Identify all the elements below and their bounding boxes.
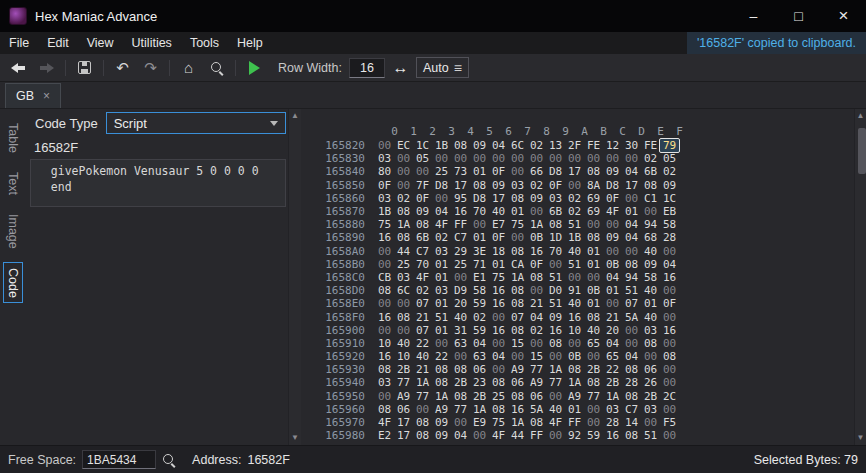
hex-byte[interactable]: 00 xyxy=(641,205,660,218)
hex-byte[interactable]: 63 xyxy=(470,350,489,363)
hex-byte[interactable]: 77 xyxy=(527,363,546,376)
hex-byte[interactable]: 51 xyxy=(565,218,584,231)
hex-byte[interactable]: 00 xyxy=(660,284,679,297)
script-editor[interactable]: givePokemon Venusaur 5 0 0 0 0 end xyxy=(30,159,286,207)
hex-byte[interactable]: 31 xyxy=(451,324,470,337)
hex-byte[interactable]: 25 xyxy=(394,258,413,271)
hex-byte[interactable]: 00 xyxy=(603,245,622,258)
hex-byte[interactable]: 01 xyxy=(432,271,451,284)
hex-byte[interactable]: 21 xyxy=(413,363,432,376)
hex-byte[interactable]: 40 xyxy=(584,324,603,337)
hex-byte[interactable]: 00 xyxy=(527,205,546,218)
hex-byte[interactable]: 4F xyxy=(413,271,432,284)
hex-byte[interactable]: 0F xyxy=(375,179,394,192)
hex-byte[interactable]: 44 xyxy=(508,429,527,442)
hex-byte[interactable]: 0F xyxy=(489,165,508,178)
hex-byte[interactable]: 2B xyxy=(641,390,660,403)
search-button[interactable] xyxy=(204,57,229,79)
hex-byte[interactable]: 58 xyxy=(660,218,679,231)
hex-byte[interactable]: 00 xyxy=(622,245,641,258)
hex-byte[interactable]: 00 xyxy=(432,192,451,205)
hex-byte[interactable]: 00 xyxy=(622,192,641,205)
hex-byte[interactable]: 51 xyxy=(546,271,565,284)
hex-byte[interactable]: 51 xyxy=(432,311,451,324)
hex-byte[interactable]: 08 xyxy=(584,376,603,389)
hex-byte[interactable]: 08 xyxy=(584,311,603,324)
hex-byte[interactable]: 40 xyxy=(394,337,413,350)
hex-byte[interactable]: 09 xyxy=(546,311,565,324)
side-tab-image[interactable]: Image xyxy=(3,208,23,255)
hex-byte[interactable]: 01 xyxy=(432,324,451,337)
hex-byte[interactable]: FF xyxy=(527,429,546,442)
hex-byte[interactable]: 1A xyxy=(394,218,413,231)
maximize-button[interactable]: □ xyxy=(776,0,821,32)
hex-byte[interactable]: 04 xyxy=(622,218,641,231)
hex-byte[interactable]: E1 xyxy=(470,271,489,284)
hex-byte[interactable]: D8 xyxy=(603,179,622,192)
hex-byte[interactable]: 01 xyxy=(584,258,603,271)
hex-byte[interactable]: 1A xyxy=(603,390,622,403)
menu-tools[interactable]: Tools xyxy=(181,32,228,54)
hex-byte[interactable]: 92 xyxy=(565,429,584,442)
hex-byte[interactable]: 51 xyxy=(546,297,565,310)
hex-byte[interactable]: 12 xyxy=(603,139,622,152)
hex-byte[interactable]: 28 xyxy=(622,376,641,389)
hex-byte[interactable]: 04 xyxy=(432,205,451,218)
hex-byte[interactable]: 08 xyxy=(622,429,641,442)
hex-byte[interactable]: 09 xyxy=(413,205,432,218)
hex-byte[interactable]: F5 xyxy=(660,416,679,429)
hex-byte[interactable]: 17 xyxy=(394,429,413,442)
hex-byte[interactable]: 00 xyxy=(565,271,584,284)
hex-byte[interactable]: 40 xyxy=(413,350,432,363)
hex-byte[interactable]: 40 xyxy=(565,297,584,310)
hex-byte[interactable]: 04 xyxy=(603,337,622,350)
hex-byte[interactable]: 51 xyxy=(565,258,584,271)
hex-byte[interactable]: 08 xyxy=(432,363,451,376)
hex-byte[interactable]: 65 xyxy=(603,350,622,363)
hex-byte[interactable]: 29 xyxy=(451,245,470,258)
hex-byte[interactable]: 08 xyxy=(660,350,679,363)
hex-byte[interactable]: 2B xyxy=(584,363,603,376)
hex-byte[interactable]: 22 xyxy=(603,363,622,376)
hex-byte[interactable]: 00 xyxy=(622,324,641,337)
hex-byte[interactable]: 08 xyxy=(375,403,394,416)
hex-byte[interactable]: 04 xyxy=(527,311,546,324)
hex-byte[interactable]: C1 xyxy=(641,192,660,205)
hex-byte[interactable]: 16 xyxy=(603,429,622,442)
hex-byte[interactable]: 16 xyxy=(375,311,394,324)
free-space-input[interactable] xyxy=(82,450,156,469)
hex-byte[interactable]: 08 xyxy=(622,363,641,376)
hex-byte[interactable]: 30 xyxy=(622,139,641,152)
hex-byte[interactable]: 00 xyxy=(641,416,660,429)
hex-byte[interactable]: 00 xyxy=(584,218,603,231)
hex-byte[interactable]: 08 xyxy=(470,179,489,192)
back-button[interactable] xyxy=(6,57,31,79)
hex-byte[interactable]: 00 xyxy=(527,152,546,165)
hex-byte[interactable]: 59 xyxy=(584,429,603,442)
hex-byte[interactable]: 00 xyxy=(622,152,641,165)
hex-byte[interactable]: 08 xyxy=(413,218,432,231)
hex-byte[interactable]: 00 xyxy=(527,284,546,297)
hex-byte[interactable]: 25 xyxy=(451,258,470,271)
hex-byte[interactable]: 16 xyxy=(489,284,508,297)
hex-byte[interactable]: 1D xyxy=(546,231,565,244)
hex-byte[interactable]: 66 xyxy=(527,165,546,178)
hex-byte[interactable]: 77 xyxy=(394,376,413,389)
hex-byte[interactable]: 00 xyxy=(413,165,432,178)
hex-byte[interactable]: 08 xyxy=(508,192,527,205)
hex-byte[interactable]: 77 xyxy=(584,390,603,403)
hex-byte[interactable]: 00 xyxy=(451,350,470,363)
hex-byte[interactable]: 08 xyxy=(641,179,660,192)
scroll-down-icon[interactable]: ▼ xyxy=(291,434,299,442)
hex-byte[interactable]: 02 xyxy=(565,192,584,205)
hex-byte[interactable]: 08 xyxy=(451,139,470,152)
hex-byte[interactable]: 70 xyxy=(413,258,432,271)
hex-byte[interactable]: 00 xyxy=(451,416,470,429)
hex-byte[interactable]: 09 xyxy=(432,416,451,429)
hex-byte[interactable]: FF xyxy=(451,218,470,231)
hex-byte[interactable]: 00 xyxy=(432,337,451,350)
hex-byte[interactable]: 00 xyxy=(489,337,508,350)
hex-byte[interactable]: 51 xyxy=(622,284,641,297)
hex-byte[interactable]: E7 xyxy=(489,218,508,231)
hex-byte[interactable]: 6B xyxy=(641,165,660,178)
